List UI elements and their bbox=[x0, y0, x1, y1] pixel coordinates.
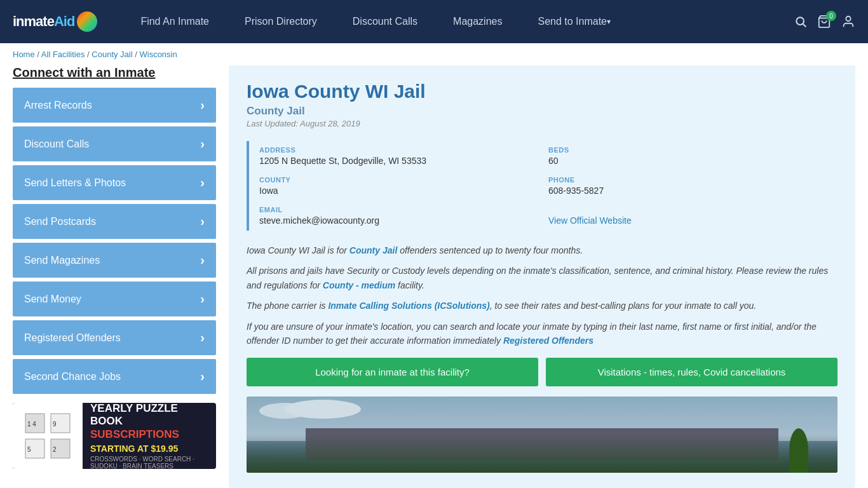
nav-send-to-inmate[interactable]: Send to Inmate bbox=[520, 0, 628, 43]
cart-button[interactable]: 0 bbox=[817, 15, 831, 29]
sidebar-title: Connect with an Inmate bbox=[13, 65, 216, 80]
county-value: Iowa bbox=[259, 186, 548, 196]
sidebar-item-second-chance-jobs[interactable]: Second Chance Jobs › bbox=[13, 359, 216, 394]
nav-links: Find An Inmate Prison Directory Discount… bbox=[123, 0, 794, 43]
main-content: Iowa County WI Jail County Jail Last Upd… bbox=[229, 65, 855, 488]
desc-p4: If you are unsure of your inmate's locat… bbox=[247, 320, 837, 348]
info-beds: BEDS 60 bbox=[548, 141, 837, 171]
info-grid: ADDRESS 1205 N Bequette St, Dodgeville, … bbox=[247, 141, 837, 231]
breadcrumb-home[interactable]: Home bbox=[13, 50, 35, 59]
county-medium-link[interactable]: County - medium bbox=[323, 280, 395, 290]
ad-title: YEARLY PUZZLE BOOK SUBSCRIPTIONS bbox=[90, 403, 208, 441]
sidebar-item-send-postcards[interactable]: Send Postcards › bbox=[13, 204, 216, 239]
chevron-right-icon: › bbox=[200, 98, 205, 112]
facility-title: Iowa County WI Jail bbox=[247, 81, 837, 102]
svg-text:2: 2 bbox=[53, 446, 57, 453]
user-button[interactable] bbox=[841, 15, 855, 29]
sidebar-item-label: Send Postcards bbox=[24, 216, 96, 227]
logo-text: inmateAid bbox=[13, 13, 74, 30]
svg-point-3 bbox=[846, 17, 850, 21]
sidebar-item-send-letters[interactable]: Send Letters & Photos › bbox=[13, 165, 216, 200]
county-label: COUNTY bbox=[259, 176, 548, 184]
sidebar-item-label: Second Chance Jobs bbox=[24, 371, 121, 383]
svg-text:5: 5 bbox=[27, 446, 31, 453]
info-website: View Official Website bbox=[548, 201, 837, 231]
sidebar-item-label: Send Magazines bbox=[24, 255, 100, 266]
facility-type: County Jail bbox=[247, 105, 837, 118]
website-link-container: View Official Website bbox=[548, 215, 837, 226]
nav-discount-calls[interactable]: Discount Calls bbox=[335, 0, 435, 43]
ad-text-area: YEARLY PUZZLE BOOK SUBSCRIPTIONS STARTIN… bbox=[83, 403, 216, 469]
chevron-right-icon: › bbox=[200, 330, 205, 345]
search-icon bbox=[794, 15, 807, 28]
website-link[interactable]: View Official Website bbox=[548, 215, 632, 226]
search-button[interactable] bbox=[794, 15, 807, 28]
chevron-right-icon: › bbox=[200, 214, 205, 229]
svg-text:1 4: 1 4 bbox=[27, 421, 36, 428]
email-label: EMAIL bbox=[259, 206, 548, 214]
address-label: ADDRESS bbox=[259, 146, 548, 154]
chevron-right-icon: › bbox=[200, 175, 205, 190]
cart-badge: 0 bbox=[826, 11, 836, 21]
icsolutions-link[interactable]: Inmate Calling Solutions (ICSolutions) bbox=[328, 301, 489, 311]
sidebar-item-registered-offenders[interactable]: Registered Offenders › bbox=[13, 320, 216, 355]
desc-p2: All prisons and jails have Security or C… bbox=[247, 264, 837, 292]
facility-updated: Last Updated: August 28, 2019 bbox=[247, 119, 837, 128]
breadcrumb-county-jail[interactable]: County Jail bbox=[92, 50, 132, 59]
breadcrumb: Home / All Facilities / County Jail / Wi… bbox=[0, 43, 868, 65]
chevron-right-icon: › bbox=[200, 292, 205, 306]
sidebar-item-discount-calls[interactable]: Discount Calls › bbox=[13, 126, 216, 161]
county-jail-link[interactable]: County Jail bbox=[349, 245, 397, 255]
sidebar-item-label: Discount Calls bbox=[24, 139, 89, 150]
photo-overlay bbox=[247, 435, 837, 473]
phone-value: 608-935-5827 bbox=[548, 186, 837, 196]
address-value: 1205 N Bequette St, Dodgeville, WI 53533 bbox=[259, 156, 548, 166]
sidebar-item-arrest-records[interactable]: Arrest Records › bbox=[13, 88, 216, 123]
navbar: inmateAid Find An Inmate Prison Director… bbox=[0, 0, 868, 43]
sidebar-item-label: Registered Offenders bbox=[24, 332, 121, 344]
nav-prison-directory[interactable]: Prison Directory bbox=[227, 0, 335, 43]
sidebar-item-label: Arrest Records bbox=[24, 100, 92, 111]
find-inmate-button[interactable]: Looking for an inmate at this facility? bbox=[247, 358, 538, 386]
facility-photo bbox=[247, 396, 837, 473]
breadcrumb-wisconsin[interactable]: Wisconsin bbox=[139, 50, 177, 59]
beds-value: 60 bbox=[548, 156, 837, 166]
svg-point-0 bbox=[796, 17, 804, 25]
ad-banner[interactable]: 1 4 9 5 2 YEARLY PUZZLE BOOK SUBSCRIPTIO… bbox=[13, 403, 216, 469]
puzzle-icon: 1 4 9 5 2 bbox=[22, 410, 73, 461]
photo-tree bbox=[789, 428, 808, 473]
info-phone: PHONE 608-935-5827 bbox=[548, 171, 837, 201]
svg-line-1 bbox=[803, 24, 806, 27]
action-buttons: Looking for an inmate at this facility? … bbox=[247, 358, 837, 386]
sidebar-item-label: Send Letters & Photos bbox=[24, 177, 126, 189]
registered-offenders-link[interactable]: Registered Offenders bbox=[503, 336, 593, 346]
sidebar: Connect with an Inmate Arrest Records › … bbox=[13, 65, 216, 488]
website-spacer bbox=[548, 206, 837, 214]
desc-p3: The phone carrier is Inmate Calling Solu… bbox=[247, 299, 837, 313]
nav-find-inmate[interactable]: Find An Inmate bbox=[123, 0, 227, 43]
nav-magazines[interactable]: Magazines bbox=[435, 0, 520, 43]
sidebar-item-send-magazines[interactable]: Send Magazines › bbox=[13, 243, 216, 278]
ad-puzzle-image: 1 4 9 5 2 bbox=[13, 403, 83, 469]
logo-icon bbox=[77, 11, 97, 32]
beds-label: BEDS bbox=[548, 146, 837, 154]
info-address: ADDRESS 1205 N Bequette St, Dodgeville, … bbox=[259, 141, 548, 171]
page-layout: Connect with an Inmate Arrest Records › … bbox=[0, 65, 868, 488]
logo[interactable]: inmateAid bbox=[13, 11, 97, 32]
ad-types: CROSSWORDS · WORD SEARCH · SUDOKU · BRAI… bbox=[90, 456, 208, 469]
sidebar-item-send-money[interactable]: Send Money › bbox=[13, 281, 216, 316]
description-block: Iowa County WI Jail is for County Jail o… bbox=[247, 243, 837, 348]
chevron-right-icon: › bbox=[200, 253, 205, 268]
email-value: steve.michek@iowacounty.org bbox=[259, 215, 548, 226]
sidebar-item-label: Send Money bbox=[24, 294, 81, 305]
user-icon bbox=[841, 15, 855, 29]
svg-text:9: 9 bbox=[53, 421, 57, 428]
desc-p1: Iowa County WI Jail is for County Jail o… bbox=[247, 243, 837, 257]
visitations-button[interactable]: Visitations - times, rules, Covid cancel… bbox=[546, 358, 837, 386]
chevron-right-icon: › bbox=[200, 137, 205, 151]
info-email: EMAIL steve.michek@iowacounty.org bbox=[259, 201, 548, 231]
breadcrumb-all-facilities[interactable]: All Facilities bbox=[41, 50, 85, 59]
ad-price: STARTING AT $19.95 bbox=[90, 444, 208, 454]
chevron-right-icon: › bbox=[200, 369, 205, 384]
phone-label: PHONE bbox=[548, 176, 837, 184]
